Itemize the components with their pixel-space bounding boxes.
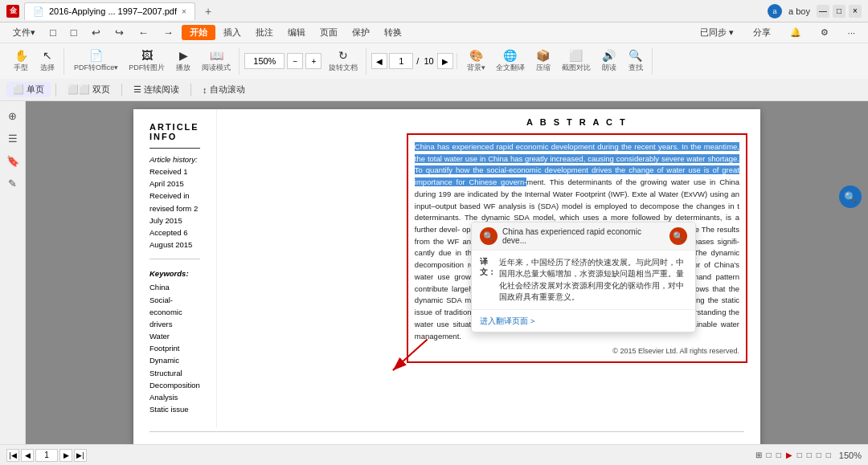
status-right: ⊞ □ □ ▶ □ □ □ □ 150% — [755, 451, 862, 460]
status-tool-5[interactable]: □ — [797, 451, 802, 459]
popup-translate-icon[interactable]: 🔍 — [669, 227, 687, 245]
next-page-button[interactable]: ▶ — [437, 53, 453, 69]
auto-scroll-button[interactable]: ↕ 自动滚动 — [196, 82, 252, 97]
play-button[interactable]: ▶ 播放 — [170, 48, 196, 75]
close-button[interactable]: × — [849, 5, 862, 18]
hand-tool-label: 手型 — [14, 63, 28, 73]
keyword-analysis: Analysis — [149, 391, 200, 403]
active-tab[interactable]: 📄 2016-Applying ... 1997–2007.pdf × — [24, 2, 195, 20]
keywords-label: Keywords: — [149, 269, 200, 278]
cursor-icon: ↖ — [43, 50, 52, 61]
autoscroll-icon: ↕ — [203, 85, 207, 95]
status-bar: |◀ ◀ ▶ ▶| ⊞ □ □ ▶ □ □ □ □ 150% — [0, 444, 868, 465]
zoom-in-button[interactable]: + — [305, 53, 321, 69]
status-next-page[interactable]: ▶ — [59, 449, 72, 462]
page-number-input[interactable] — [389, 53, 413, 69]
pdf-to-office-button[interactable]: 📄 PDF转Office▾ — [69, 48, 123, 75]
find-button[interactable]: 🔍 查找 — [623, 48, 649, 75]
title-bar-left: 金 📄 2016-Applying ... 1997–2007.pdf × + — [6, 2, 764, 20]
left-sidebar: ⊕ ☰ 🔖 ✎ — [0, 101, 26, 444]
share-button[interactable]: 分享 — [747, 24, 777, 41]
status-tool-6[interactable]: □ — [807, 451, 812, 459]
new-tab-button[interactable]: + — [200, 2, 216, 20]
menu-file[interactable]: 文件▾ — [6, 24, 42, 41]
popup-body: 译文： 近年来，中国经历了经济的快速发展。与此同时，中国用水总量大幅增加，水资源… — [472, 251, 695, 309]
status-play-btn[interactable]: ▶ — [786, 451, 792, 459]
pdf-to-image-button[interactable]: 🖼 PDF转图片 — [124, 48, 170, 75]
zoom-input[interactable] — [244, 53, 285, 69]
minimize-button[interactable]: — — [817, 5, 829, 18]
article-history-label: Article history: — [149, 155, 200, 164]
toolbar-redo[interactable]: ↪ — [108, 24, 130, 41]
menu-bar: 文件▾ □ □ ↩ ↪ ← → 开始 插入 批注 编辑 页面 保护 转换 已同步… — [0, 22, 868, 43]
translation-popup[interactable]: 🔍 China has experienced rapid economic d… — [471, 222, 696, 332]
single-page-button[interactable]: ⬜ 单页 — [6, 82, 51, 97]
intro-section: 1. Introduction China is experiencing ra… — [133, 435, 760, 444]
status-page-nav: |◀ ◀ ▶ ▶| — [6, 449, 87, 462]
continuous-read-button[interactable]: ☰ 连续阅读 — [127, 82, 186, 97]
select-tool-button[interactable]: ↖ 选择 — [35, 48, 60, 75]
menu-annotate[interactable]: 批注 — [249, 24, 280, 41]
toolbar-icon-new[interactable]: □ — [43, 24, 63, 41]
prev-page-button[interactable]: ◀ — [371, 53, 387, 69]
status-page-input[interactable] — [35, 449, 58, 462]
toolbar-forward[interactable]: → — [157, 24, 180, 41]
popup-full-translation-link[interactable]: 进入翻译页面 > — [480, 316, 534, 325]
page-total: 10 — [422, 56, 435, 66]
menu-edit[interactable]: 编辑 — [281, 24, 312, 41]
status-last-page[interactable]: ▶| — [74, 449, 87, 462]
image-icon: 🖼 — [141, 50, 153, 61]
toolbar-undo[interactable]: ↩ — [85, 24, 107, 41]
status-left: |◀ ◀ ▶ ▶| — [6, 449, 749, 462]
menu-pages[interactable]: 页面 — [313, 24, 344, 41]
app-icon: 金 — [6, 5, 19, 18]
sidebar-icon-bookmark[interactable]: 🔖 — [5, 153, 21, 169]
notification-icon[interactable]: 🔔 — [784, 25, 808, 40]
read-label: 朗读 — [602, 63, 616, 73]
more-icon[interactable]: ··· — [841, 26, 862, 40]
start-button[interactable]: 开始 — [182, 25, 215, 40]
popup-search-icon: 🔍 — [480, 227, 497, 245]
toolbar-icon-open[interactable]: □ — [64, 24, 84, 41]
menu-convert[interactable]: 转换 — [378, 24, 408, 41]
compress-label: 压缩 — [536, 63, 551, 73]
sub-divider-2 — [121, 84, 122, 96]
popup-translation-text: 近年来，中国经历了经济的快速发展。与此同时，中国用水总量大幅增加，水资源短缺问题… — [499, 257, 687, 303]
tool-group-features: 🎨 背景▾ 🌐 全文翻译 📦 压缩 ⬜ 截图对比 🔊 朗读 🔍 查找 — [459, 48, 653, 75]
translate-all-button[interactable]: 🌐 全文翻译 — [491, 48, 530, 75]
auto-scroll-label: 自动滚动 — [210, 84, 245, 96]
status-prev-page[interactable]: ◀ — [21, 449, 34, 462]
status-tool-3[interactable]: □ — [776, 451, 781, 459]
abstract-copyright: © 2015 Elsevier Ltd. All rights reserved… — [415, 347, 739, 355]
maximize-button[interactable]: □ — [833, 5, 845, 18]
menu-insert[interactable]: 插入 — [217, 24, 248, 41]
sync-button[interactable]: 已同步 ▾ — [694, 24, 740, 41]
double-page-button[interactable]: ⬜⬜ 双页 — [61, 82, 117, 97]
rotate-button[interactable]: ↻ 旋转文档 — [324, 48, 362, 75]
status-tool-7[interactable]: □ — [817, 451, 821, 459]
sidebar-icon-layers[interactable]: ⊕ — [5, 108, 21, 124]
status-tool-1[interactable]: ⊞ — [755, 451, 762, 459]
pdf-content-area[interactable]: 🔍 ARTICLE INFO Article history: Received… — [26, 101, 868, 444]
sidebar-icon-menu[interactable]: ☰ — [5, 130, 21, 146]
status-tool-8[interactable]: □ — [826, 451, 831, 459]
hand-icon: ✋ — [14, 50, 28, 61]
screenshot-compare-button[interactable]: ⬜ 截图对比 — [557, 48, 596, 75]
toolbar-back[interactable]: ← — [132, 24, 155, 41]
zoom-out-button[interactable]: − — [287, 53, 303, 69]
find-label: 查找 — [628, 63, 643, 73]
compress-button[interactable]: 📦 压缩 — [530, 48, 556, 75]
tab-close-btn[interactable]: × — [182, 7, 186, 16]
read-button[interactable]: 🔊 朗读 — [596, 48, 622, 75]
keyword-water: Water Footprint — [149, 330, 200, 354]
settings-icon[interactable]: ⚙ — [814, 25, 835, 40]
rotate-icon: ↻ — [338, 50, 348, 61]
status-tool-2[interactable]: □ — [767, 451, 772, 459]
hand-tool-button[interactable]: ✋ 手型 — [8, 48, 34, 75]
status-first-page[interactable]: |◀ — [6, 449, 19, 462]
background-button[interactable]: 🎨 背景▾ — [462, 48, 490, 75]
menu-protect[interactable]: 保护 — [346, 24, 376, 41]
sidebar-icon-edit[interactable]: ✎ — [5, 175, 21, 191]
read-mode-button[interactable]: 📖 阅读模式 — [197, 48, 235, 75]
floating-action-button[interactable]: 🔍 — [839, 186, 862, 208]
